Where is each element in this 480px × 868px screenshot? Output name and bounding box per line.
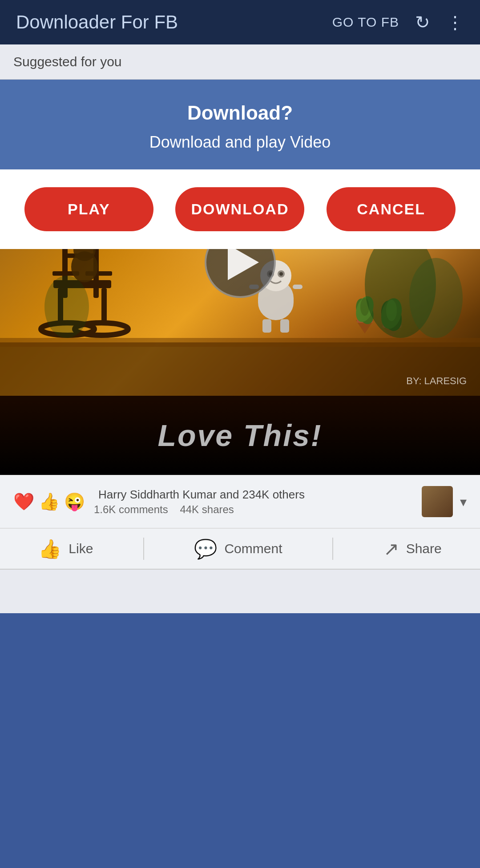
svg-rect-27 <box>357 319 373 323</box>
top-bar: Downloader For FB GO TO FB ↻ ⋮ <box>0 0 480 44</box>
svg-rect-13 <box>52 271 79 276</box>
svg-rect-9 <box>58 288 63 324</box>
cancel-button[interactable]: CANCEL <box>327 187 456 231</box>
svg-rect-2 <box>0 338 480 347</box>
modal-title: Download? <box>18 102 462 124</box>
svg-point-28 <box>353 296 377 327</box>
reactions-detail: 1.6K comments 44K shares <box>94 503 305 516</box>
goto-fb-button[interactable]: GO TO FB <box>332 15 399 30</box>
video-title-banner: Love This! <box>0 396 480 475</box>
svg-rect-26 <box>280 319 289 333</box>
svg-point-15 <box>71 251 98 282</box>
divider-2 <box>332 538 333 560</box>
user-avatar <box>422 486 453 517</box>
svg-point-33 <box>378 296 405 331</box>
watermark-bottom: BY: LARESIG <box>406 375 467 387</box>
comments-count: 1.6K comments <box>94 503 168 515</box>
svg-point-12 <box>75 323 128 335</box>
svg-point-37 <box>44 276 89 338</box>
like-label: Like <box>69 541 93 556</box>
shares-count: 44K shares <box>180 503 234 515</box>
svg-point-32 <box>378 298 405 333</box>
share-icon: ↗ <box>383 538 399 560</box>
heart-reaction: ❤️ <box>13 492 34 511</box>
suggested-bar: Suggested for you <box>0 44 480 80</box>
action-bar: 👍 Like 💬 Comment ↗ Share <box>0 528 480 569</box>
svg-rect-24 <box>293 285 303 289</box>
content-area: Download? Download and play Video PLAY D… <box>0 80 480 475</box>
svg-point-11 <box>41 323 94 335</box>
svg-rect-31 <box>383 324 401 328</box>
more-options-icon[interactable]: ⋮ <box>446 12 464 32</box>
chevron-down-icon[interactable]: ▾ <box>460 494 467 510</box>
suggested-label: Suggested for you <box>13 54 122 69</box>
svg-rect-8 <box>53 280 111 288</box>
svg-rect-7 <box>62 253 99 258</box>
svg-point-22 <box>279 272 283 276</box>
modal-subtitle: Download and play Video <box>18 133 462 152</box>
reactions-right: ▾ <box>422 486 467 517</box>
download-modal: Download? Download and play Video PLAY D… <box>0 80 480 249</box>
wow-reaction: 😜 <box>64 492 85 511</box>
bottom-area <box>0 569 480 613</box>
comment-action-button[interactable]: 💬 Comment <box>194 538 282 560</box>
like-icon: 👍 <box>38 538 61 560</box>
like-action-button[interactable]: 👍 Like <box>38 538 93 560</box>
like-reaction: 👍 <box>39 492 60 511</box>
svg-point-20 <box>278 270 285 277</box>
app-title: Downloader For FB <box>16 12 178 33</box>
reactions-text-block: Harry Siddharth Kumar and 234K others 1.… <box>94 488 305 516</box>
share-action-button[interactable]: ↗ Share <box>383 538 442 560</box>
svg-point-34 <box>386 300 397 321</box>
reactions-count: Harry Siddharth Kumar and 234K others <box>98 488 305 502</box>
download-button[interactable]: DOWNLOAD <box>175 187 304 231</box>
svg-point-29 <box>353 294 377 325</box>
svg-rect-1 <box>0 342 480 396</box>
comment-icon: 💬 <box>194 538 217 560</box>
play-button[interactable]: PLAY <box>24 187 153 231</box>
share-label: Share <box>406 541 442 556</box>
modal-header: Download? Download and play Video <box>0 80 480 169</box>
divider-1 <box>143 538 144 560</box>
reactions-bar: ❤️ 👍 😜 Harry Siddharth Kumar and 234K ot… <box>0 475 480 528</box>
svg-point-30 <box>360 298 369 316</box>
refresh-icon[interactable]: ↻ <box>415 12 430 32</box>
play-triangle-icon <box>228 245 259 280</box>
modal-buttons: PLAY DOWNLOAD CANCEL <box>0 169 480 249</box>
comment-label: Comment <box>224 541 282 556</box>
top-bar-actions: GO TO FB ↻ ⋮ <box>332 12 464 32</box>
video-title: Love This! <box>157 418 322 452</box>
svg-rect-10 <box>101 288 107 324</box>
reactions-left: ❤️ 👍 😜 Harry Siddharth Kumar and 234K ot… <box>13 488 305 516</box>
svg-point-36 <box>409 258 463 338</box>
svg-rect-25 <box>262 319 271 333</box>
svg-rect-14 <box>85 271 112 276</box>
